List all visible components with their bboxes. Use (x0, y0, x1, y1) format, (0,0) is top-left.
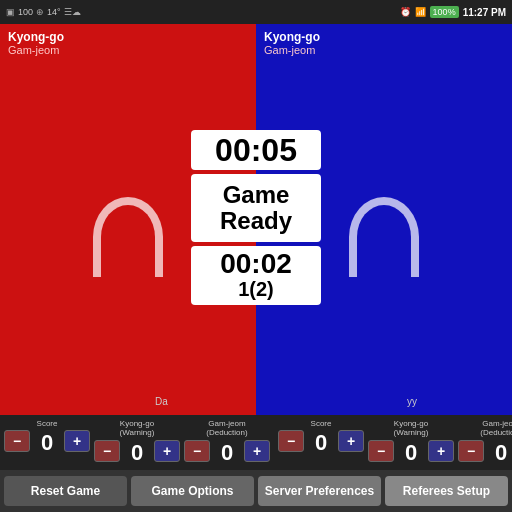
right-kyonggo-group: Kyong-go(Warning) − 0 + (368, 419, 454, 466)
game-ready-box: GameReady (191, 174, 321, 243)
signal-icon: 📶 (415, 7, 426, 17)
left-kyonggo-group: Kyong-go(Warning) − 0 + (94, 419, 180, 466)
left-kyonggo-minus[interactable]: − (94, 440, 120, 462)
left-score-label: Score (37, 419, 58, 429)
right-gamjeom-group: Gam-jeom(Deduction) − 0 + (458, 419, 512, 466)
bottom-buttons: Reset Game Game Options Server Preferenc… (0, 470, 512, 512)
status-left: ▣ 100 ⊕ 14° ☰☁ (6, 7, 81, 17)
status-extra-icon: ⊕ (36, 7, 44, 17)
left-kyonggo-label: Kyong-go(Warning) (120, 419, 155, 438)
main-content: Kyong-go Gam-jeom Kyong-go Gam-jeom 00:0… (0, 24, 512, 512)
round-text: 1(2) (203, 278, 309, 301)
right-kyonggo-label: Kyong-go(Warning) (394, 419, 429, 438)
da-label: Da (155, 396, 168, 407)
right-gamjeom-value: 0 (486, 440, 512, 466)
right-gamjeom-minus[interactable]: − (458, 440, 484, 462)
right-score-minus[interactable]: − (278, 430, 304, 452)
left-gamjeom-value: 0 (212, 440, 242, 466)
right-gamjeom-buttons: − 0 + (458, 440, 512, 466)
left-kyonggo-value: 0 (122, 440, 152, 466)
time-label: 11:27 PM (463, 7, 506, 18)
left-gamjeom-label: Gam-jeom(Deduction) (206, 419, 247, 438)
phone-frame: ▣ 100 ⊕ 14° ☰☁ ⏰ 📶 100% 11:27 PM Kyong-g… (0, 0, 512, 512)
left-score-plus[interactable]: + (64, 430, 90, 452)
center-overlay: 00:05 GameReady 00:02 1(2) (191, 24, 321, 415)
right-score-value: 0 (306, 430, 336, 456)
right-kyonggo-plus[interactable]: + (428, 440, 454, 462)
yy-label: yy (407, 396, 417, 407)
status-bar: ▣ 100 ⊕ 14° ☰☁ ⏰ 📶 100% 11:27 PM (0, 0, 512, 24)
right-kyonggo-buttons: − 0 + (368, 440, 454, 466)
left-gamjeom-plus[interactable]: + (244, 440, 270, 462)
status-bar-icons: ☰☁ (64, 7, 81, 17)
right-kyonggo-minus[interactable]: − (368, 440, 394, 462)
left-score-minus[interactable]: − (4, 430, 30, 452)
referees-button[interactable]: Referees Setup (385, 476, 508, 506)
left-horse-shape (93, 197, 163, 277)
right-kyonggo-value: 0 (396, 440, 426, 466)
right-score-buttons: − 0 + (278, 430, 364, 456)
left-score-group: Score − 0 + (4, 419, 90, 466)
alarm-icon: ⏰ (400, 7, 411, 17)
status-14-label: 14° (47, 7, 61, 17)
left-gamjeom-buttons: − 0 + (184, 440, 270, 466)
controls-row: Score − 0 + Kyong-go(Warning) − 0 + Gam-… (0, 415, 512, 470)
right-score-group: Score − 0 + (278, 419, 364, 466)
game-ready-text: GameReady (203, 182, 309, 235)
main-timer: 00:05 (203, 134, 309, 166)
right-horse-shape (349, 197, 419, 277)
right-score-plus[interactable]: + (338, 430, 364, 452)
left-gamjeom-group: Gam-jeom(Deduction) − 0 + (184, 419, 270, 466)
left-kyonggo-plus[interactable]: + (154, 440, 180, 462)
left-gamjeom-minus[interactable]: − (184, 440, 210, 462)
left-kyonggo-buttons: − 0 + (94, 440, 180, 466)
score-area: Kyong-go Gam-jeom Kyong-go Gam-jeom 00:0… (0, 24, 512, 415)
options-button[interactable]: Game Options (131, 476, 254, 506)
left-score-value: 0 (32, 430, 62, 456)
status-right: ⏰ 📶 100% 11:27 PM (400, 6, 506, 18)
left-score-buttons: − 0 + (4, 430, 90, 456)
main-timer-box: 00:05 (191, 130, 321, 170)
status-sim-icon: ▣ (6, 7, 15, 17)
right-gamjeom-label: Gam-jeom(Deduction) (480, 419, 512, 438)
server-button[interactable]: Server Preferences (258, 476, 381, 506)
status-100-label: 100 (18, 7, 33, 17)
secondary-timer: 00:02 (203, 250, 309, 278)
right-score-label: Score (311, 419, 332, 429)
secondary-timer-box: 00:02 1(2) (191, 246, 321, 305)
battery-label: 100% (430, 6, 459, 18)
reset-button[interactable]: Reset Game (4, 476, 127, 506)
